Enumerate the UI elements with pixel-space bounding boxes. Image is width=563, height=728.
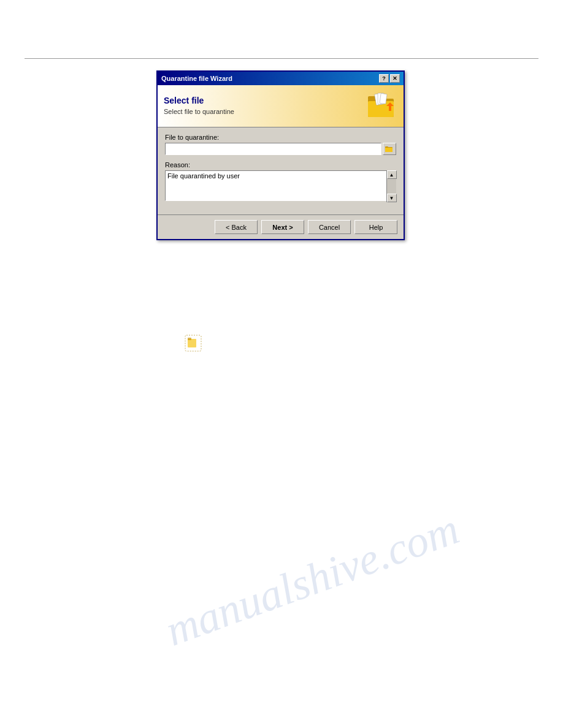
help-title-button[interactable]: ? <box>379 74 389 83</box>
next-button[interactable]: Next > <box>261 220 304 234</box>
svg-rect-11 <box>188 339 196 347</box>
page-divider <box>25 58 538 59</box>
dialog-title: Quarantine file Wizard <box>161 75 232 82</box>
wizard-folder-icon <box>367 90 397 121</box>
dialog-header: Select file Select file to quarantine <box>158 85 404 127</box>
help-button[interactable]: Help <box>354 220 397 234</box>
back-button[interactable]: < Back <box>215 220 258 234</box>
file-label: File to quarantine: <box>165 134 396 141</box>
svg-rect-9 <box>385 148 393 152</box>
dialog-wrapper: Quarantine file Wizard ? ✕ Select file S… <box>156 70 405 240</box>
close-title-button[interactable]: ✕ <box>390 74 400 83</box>
scroll-down-arrow[interactable]: ▼ <box>387 194 397 202</box>
quarantine-wizard-dialog: Quarantine file Wizard ? ✕ Select file S… <box>156 70 405 240</box>
scroll-track <box>387 179 396 194</box>
cancel-button[interactable]: Cancel <box>308 220 351 234</box>
svg-rect-5 <box>380 93 387 104</box>
browse-button[interactable] <box>383 143 396 155</box>
bottom-small-icon <box>184 334 202 352</box>
header-title: Select file <box>164 96 367 105</box>
svg-rect-12 <box>188 338 191 340</box>
file-input[interactable] <box>165 143 381 155</box>
header-text: Select file Select file to quarantine <box>164 96 367 115</box>
scroll-up-arrow[interactable]: ▲ <box>387 170 397 179</box>
title-bar: Quarantine file Wizard ? ✕ <box>158 72 404 85</box>
watermark: manualshive.com <box>159 504 465 657</box>
file-input-row <box>165 143 396 155</box>
reason-textarea[interactable] <box>165 170 396 201</box>
reason-label: Reason: <box>165 161 396 169</box>
dialog-footer: < Back Next > Cancel Help <box>158 214 404 239</box>
reason-textarea-wrapper: ▲ ▼ <box>165 170 396 202</box>
header-subtitle: Select file to quarantine <box>164 108 367 115</box>
dialog-body: File to quarantine: Reason: ▲ <box>158 127 404 214</box>
title-bar-buttons: ? ✕ <box>379 74 400 83</box>
reason-scrollbar[interactable]: ▲ ▼ <box>386 170 396 202</box>
